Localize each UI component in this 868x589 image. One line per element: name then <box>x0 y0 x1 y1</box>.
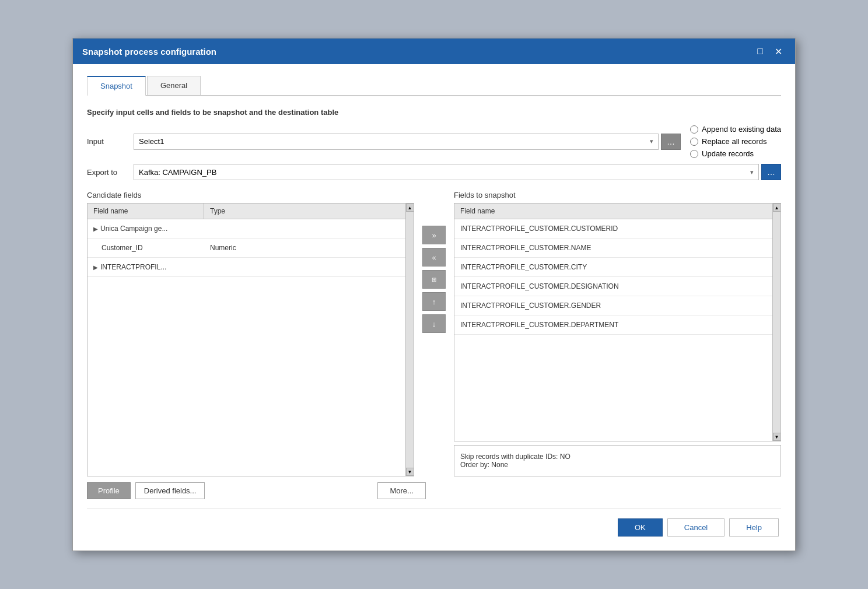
fields-to-snapshot-table: Field name INTERACTPROFILE_CUSTOMER.CUST… <box>454 203 781 441</box>
snapshot-row-0: INTERACTPROFILE_CUSTOMER.CUSTOMERID <box>454 222 624 235</box>
table-row[interactable]: INTERACTPROFILE_CUSTOMER.NAME <box>454 239 772 258</box>
scroll-up-btn[interactable]: ▲ <box>406 204 414 212</box>
close-button[interactable]: ✕ <box>771 45 786 58</box>
fields-to-snapshot-panel: Fields to snapshot Field name INTERACTPR… <box>454 191 781 476</box>
snapshot-field-name-header: Field name <box>454 204 772 219</box>
radio-append-input[interactable] <box>690 125 698 134</box>
snapshot-row-1: INTERACTPROFILE_CUSTOMER.NAME <box>454 241 597 254</box>
bottom-row: Profile Derived fields... More... <box>87 482 781 499</box>
table-row[interactable]: ▶ Unica Campaign ge... <box>88 219 405 239</box>
fields-to-snapshot-label: Fields to snapshot <box>454 191 781 199</box>
tab-bar: Snapshot General <box>87 76 781 96</box>
export-dropdown-arrow: ▾ <box>750 169 754 176</box>
snapshot-row-2: INTERACTPROFILE_CUSTOMER.CITY <box>454 261 593 274</box>
row0-type <box>204 226 405 231</box>
section-label: Specify input cells and fields to be sna… <box>87 108 781 117</box>
input-ellipsis-button[interactable]: … <box>661 134 681 150</box>
info-box: Skip records with duplicate IDs: NO Orde… <box>454 445 781 476</box>
input-value: Select1 <box>139 137 164 146</box>
export-value: Kafka: CAMPAIGN_PB <box>139 168 216 177</box>
table-row[interactable]: INTERACTPROFILE_CUSTOMER.CITY <box>454 258 772 277</box>
radio-replace[interactable]: Replace all records <box>690 137 781 146</box>
remove-all-button[interactable]: « <box>422 248 446 267</box>
export-label: Export to <box>87 168 134 177</box>
candidate-fields-header: Field name Type <box>88 204 405 219</box>
row2-type <box>204 265 405 269</box>
info-line2: Order by: None <box>460 461 775 469</box>
scroll-down-btn[interactable]: ▼ <box>406 468 414 476</box>
snapshot-scroll-down-btn[interactable]: ▼ <box>773 433 781 441</box>
main-content: Candidate fields Field name Type ▶ Unica… <box>87 191 781 476</box>
snapshot-scroll-up-btn[interactable]: ▲ <box>773 204 781 212</box>
titlebar-buttons: □ ✕ <box>754 45 786 58</box>
row2-name: ▶ INTERACTPROFIL... <box>88 261 204 274</box>
snapshot-row-4: INTERACTPROFILE_CUSTOMER.GENDER <box>454 299 607 312</box>
dialog-title: Snapshot process configuration <box>82 47 216 57</box>
add-all-button[interactable]: » <box>422 226 446 244</box>
radio-replace-label: Replace all records <box>702 137 766 146</box>
table-row[interactable]: INTERACTPROFILE_CUSTOMER.DESIGNATION <box>454 277 772 296</box>
middle-buttons-panel: » « ⊞ ↑ ↓ <box>414 191 454 476</box>
candidate-fields-body: ▶ Unica Campaign ge... Customer_ID Numer… <box>88 219 405 476</box>
radio-group: Append to existing data Replace all reco… <box>690 125 781 158</box>
snapshot-fields-header: Field name <box>454 204 772 219</box>
table-row[interactable]: INTERACTPROFILE_CUSTOMER.CUSTOMERID <box>454 219 772 239</box>
more-button[interactable]: More... <box>377 482 425 499</box>
dialog: Snapshot process configuration □ ✕ Snaps… <box>72 38 796 551</box>
snapshot-scrollbar[interactable]: ▲ ▼ <box>772 204 780 441</box>
radio-append-label: Append to existing data <box>702 125 781 134</box>
dialog-titlebar: Snapshot process configuration □ ✕ <box>73 38 795 64</box>
input-row: Input Select1 ▾ … Append to existing dat… <box>87 125 781 158</box>
move-down-button[interactable]: ↓ <box>422 314 446 333</box>
snapshot-fields-body: INTERACTPROFILE_CUSTOMER.CUSTOMERID INTE… <box>454 219 772 441</box>
export-ellipsis-button[interactable]: … <box>761 164 781 180</box>
table-row[interactable]: ▶ INTERACTPROFIL... <box>88 258 405 277</box>
radio-append[interactable]: Append to existing data <box>690 125 781 134</box>
candidate-fields-table: Field name Type ▶ Unica Campaign ge... <box>87 203 414 476</box>
row2-arrow: ▶ <box>93 264 98 271</box>
profile-button[interactable]: Profile <box>87 482 131 499</box>
help-button[interactable]: Help <box>729 518 779 537</box>
input-dropdown-arrow: ▾ <box>650 138 653 145</box>
table-row[interactable]: INTERACTPROFILE_CUSTOMER.GENDER <box>454 296 772 315</box>
radio-update-label: Update records <box>702 149 754 158</box>
bottom-bar: OK Cancel Help <box>87 509 781 541</box>
export-row: Export to Kafka: CAMPAIGN_PB ▾ … <box>87 164 781 180</box>
candidate-fields-panel: Candidate fields Field name Type ▶ Unica… <box>87 191 414 476</box>
candidate-fields-label: Candidate fields <box>87 191 414 199</box>
candidate-field-name-header: Field name <box>88 204 204 219</box>
bottom-left-buttons: Profile Derived fields... More... <box>87 482 426 499</box>
snapshot-row-3: INTERACTPROFILE_CUSTOMER.DESIGNATION <box>454 280 625 293</box>
move-up-button[interactable]: ↑ <box>422 292 446 311</box>
tab-general[interactable]: General <box>147 76 201 95</box>
radio-replace-input[interactable] <box>690 138 698 146</box>
ok-button[interactable]: OK <box>618 518 663 537</box>
row1-name: Customer_ID <box>88 241 204 254</box>
row0-name: ▶ Unica Campaign ge... <box>88 222 204 235</box>
table-row[interactable]: INTERACTPROFILE_CUSTOMER.DEPARTMENT <box>454 315 772 335</box>
row1-type: Numeric <box>204 241 405 254</box>
derived-fields-button[interactable]: Derived fields... <box>135 482 205 499</box>
minimize-button[interactable]: □ <box>754 45 766 58</box>
candidate-scrollbar[interactable]: ▲ ▼ <box>405 204 414 476</box>
input-label: Input <box>87 137 134 146</box>
radio-update[interactable]: Update records <box>690 149 781 158</box>
snapshot-row-5: INTERACTPROFILE_CUSTOMER.DEPARTMENT <box>454 318 624 331</box>
info-line1: Skip records with duplicate IDs: NO <box>460 453 775 461</box>
export-dropdown[interactable]: Kafka: CAMPAIGN_PB ▾ <box>134 164 759 180</box>
edit-button[interactable]: ⊞ <box>422 270 446 289</box>
dialog-body: Snapshot General Specify input cells and… <box>73 64 795 551</box>
candidate-field-type-header: Type <box>204 204 405 219</box>
radio-update-input[interactable] <box>690 150 698 158</box>
tab-snapshot[interactable]: Snapshot <box>87 76 146 96</box>
input-dropdown[interactable]: Select1 ▾ <box>134 134 659 150</box>
row0-arrow: ▶ <box>93 226 98 232</box>
table-row[interactable]: Customer_ID Numeric <box>88 239 405 258</box>
cancel-button[interactable]: Cancel <box>667 518 724 537</box>
